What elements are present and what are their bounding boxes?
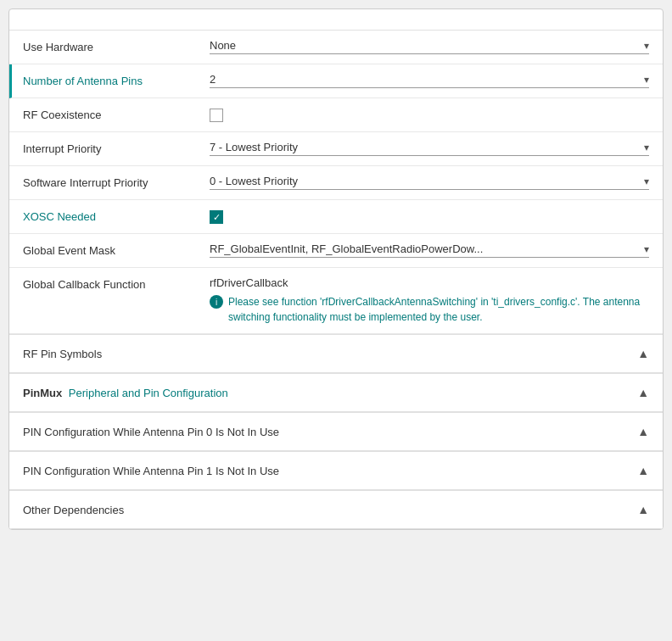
- control-rf-coexistence: [210, 107, 649, 122]
- control-xosc-needed: [210, 209, 649, 224]
- callback-name: rfDriverCallback: [210, 276, 649, 289]
- section-title-pinmux: PinMux Peripheral and Pin Configuration: [23, 387, 637, 399]
- dropdown-arrow-global-event-mask: ▾: [644, 243, 649, 255]
- property-row-num-antenna-pins: Number of Antenna Pins2▾: [9, 64, 663, 98]
- property-row-software-interrupt-priority: Software Interrupt Priority0 - Lowest Pr…: [9, 166, 663, 200]
- control-software-interrupt-priority: 0 - Lowest Priority▾: [210, 175, 649, 190]
- property-row-xosc-needed: XOSC Needed: [9, 200, 663, 234]
- sections-container: RF Pin Symbols▲PinMux Peripheral and Pin…: [9, 335, 663, 529]
- info-box: iPlease see function 'rfDriverCallbackAn…: [210, 294, 649, 325]
- select-num-antenna-pins[interactable]: 2▾: [210, 73, 649, 88]
- checkbox-rf-coexistence[interactable]: [210, 109, 223, 122]
- property-row-global-event-mask: Global Event MaskRF_GlobalEventInit, RF_…: [9, 234, 663, 268]
- properties-section: Use HardwareNone▾Number of Antenna Pins2…: [9, 31, 663, 335]
- dropdown-arrow-num-antenna-pins: ▾: [644, 74, 649, 86]
- property-row-global-callback: Global Callback FunctionrfDriverCallback…: [9, 268, 663, 334]
- select-use-hardware[interactable]: None▾: [210, 39, 649, 54]
- section-header-rf-pin-symbols[interactable]: RF Pin Symbols▲: [9, 335, 663, 373]
- dropdown-arrow-use-hardware: ▾: [644, 40, 649, 52]
- section-title-other-dependencies: Other Dependencies: [23, 504, 637, 516]
- label-xosc-needed: XOSC Needed: [23, 209, 210, 223]
- checkbox-xosc-needed[interactable]: [210, 210, 223, 224]
- control-interrupt-priority: 7 - Lowest Priority▾: [210, 141, 649, 156]
- control-num-antenna-pins: 2▾: [210, 73, 649, 88]
- label-interrupt-priority: Interrupt Priority: [23, 141, 210, 155]
- section-subtitle-pinmux: Peripheral and Pin Configuration: [69, 387, 228, 399]
- section-prefix-pinmux: PinMux: [23, 387, 65, 399]
- select-value-software-interrupt-priority: 0 - Lowest Priority: [210, 175, 641, 187]
- section-header-other-dependencies[interactable]: Other Dependencies▲: [9, 490, 663, 529]
- control-global-callback: rfDriverCallbackiPlease see function 'rf…: [210, 276, 649, 325]
- section-chevron-pinmux: ▲: [637, 386, 649, 399]
- section-chevron-pin-config-1: ▲: [637, 464, 649, 477]
- section-header-pinmux[interactable]: PinMux Peripheral and Pin Configuration▲: [9, 373, 663, 412]
- section-chevron-pin-config-0: ▲: [637, 425, 649, 438]
- section-title-rf-pin-symbols: RF Pin Symbols: [23, 348, 637, 360]
- rf-header[interactable]: [9, 9, 663, 31]
- property-row-use-hardware: Use HardwareNone▾: [9, 31, 663, 64]
- section-title-pin-config-1: PIN Configuration While Antenna Pin 1 Is…: [23, 465, 637, 477]
- select-value-interrupt-priority: 7 - Lowest Priority: [210, 141, 641, 153]
- property-row-rf-coexistence: RF Coexistence: [9, 98, 663, 132]
- section-title-pin-config-0: PIN Configuration While Antenna Pin 0 Is…: [23, 426, 637, 438]
- main-container: Use HardwareNone▾Number of Antenna Pins2…: [8, 8, 664, 530]
- label-num-antenna-pins: Number of Antenna Pins: [23, 73, 210, 87]
- label-use-hardware: Use Hardware: [23, 39, 210, 53]
- section-header-pin-config-0[interactable]: PIN Configuration While Antenna Pin 0 Is…: [9, 412, 663, 451]
- select-value-use-hardware: None: [210, 39, 641, 52]
- label-global-callback: Global Callback Function: [23, 276, 210, 291]
- section-chevron-rf-pin-symbols: ▲: [637, 347, 649, 360]
- select-software-interrupt-priority[interactable]: 0 - Lowest Priority▾: [210, 175, 649, 190]
- section-header-pin-config-1[interactable]: PIN Configuration While Antenna Pin 1 Is…: [9, 451, 663, 490]
- info-icon: i: [210, 295, 223, 309]
- label-software-interrupt-priority: Software Interrupt Priority: [23, 175, 210, 189]
- select-interrupt-priority[interactable]: 7 - Lowest Priority▾: [210, 141, 649, 156]
- info-text: Please see function 'rfDriverCallbackAnt…: [228, 294, 649, 325]
- property-row-interrupt-priority: Interrupt Priority7 - Lowest Priority▾: [9, 132, 663, 166]
- dropdown-arrow-software-interrupt-priority: ▾: [644, 176, 649, 187]
- control-global-event-mask: RF_GlobalEventInit, RF_GlobalEventRadioP…: [210, 242, 649, 258]
- select-global-event-mask[interactable]: RF_GlobalEventInit, RF_GlobalEventRadioP…: [210, 242, 649, 258]
- section-chevron-other-dependencies: ▲: [637, 503, 649, 516]
- label-rf-coexistence: RF Coexistence: [23, 107, 210, 121]
- label-global-event-mask: Global Event Mask: [23, 242, 210, 257]
- select-value-num-antenna-pins: 2: [210, 73, 641, 86]
- control-use-hardware: None▾: [210, 39, 649, 54]
- dropdown-arrow-interrupt-priority: ▾: [644, 142, 649, 153]
- select-value-global-event-mask: RF_GlobalEventInit, RF_GlobalEventRadioP…: [210, 242, 641, 255]
